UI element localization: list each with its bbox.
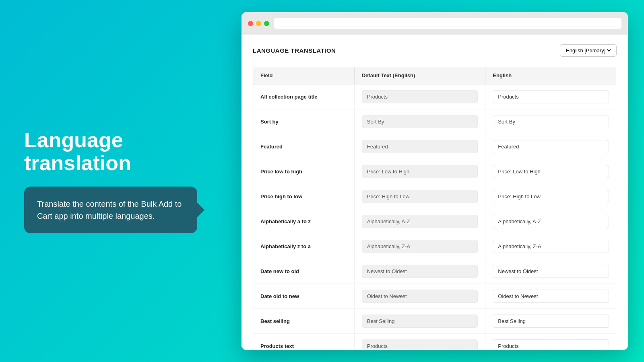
- default-cell[interactable]: [354, 134, 485, 159]
- table-row: All collection page title: [253, 84, 617, 109]
- field-cell: Alphabetically z to a: [253, 234, 355, 259]
- col-field: Field: [253, 67, 355, 84]
- default-text-input[interactable]: [362, 165, 478, 178]
- field-cell: Price low to high: [253, 159, 355, 184]
- field-label: Products text: [260, 343, 294, 349]
- english-cell[interactable]: [485, 209, 617, 234]
- app-content: LANGUAGE TRANSLATION English [Primary] F…: [242, 35, 628, 350]
- default-text-input[interactable]: [362, 115, 478, 128]
- default-text-input[interactable]: [362, 240, 478, 253]
- english-text-input[interactable]: [493, 215, 609, 228]
- default-text-input[interactable]: [362, 215, 478, 228]
- app-header: LANGUAGE TRANSLATION English [Primary] F…: [253, 44, 617, 57]
- field-cell: Price high to low: [253, 184, 355, 209]
- language-dropdown[interactable]: English [Primary] French German Spanish …: [564, 47, 612, 54]
- field-label: Date new to old: [260, 268, 299, 274]
- table-row: Date new to old: [253, 259, 617, 284]
- english-text-input[interactable]: [493, 190, 609, 203]
- english-text-input[interactable]: [493, 315, 609, 328]
- default-text-input[interactable]: [362, 190, 478, 203]
- maximize-button-dot[interactable]: [264, 21, 269, 26]
- default-text-input[interactable]: [362, 140, 478, 153]
- table-row: Sort by: [253, 109, 617, 134]
- default-cell[interactable]: [354, 334, 485, 350]
- default-text-input[interactable]: [362, 315, 478, 328]
- default-text-input[interactable]: [362, 90, 478, 103]
- default-cell[interactable]: [354, 209, 485, 234]
- field-label: Featured: [260, 144, 283, 150]
- field-label: All collection page title: [260, 94, 318, 100]
- default-text-input[interactable]: [362, 339, 478, 350]
- col-default: Default Text (English): [354, 67, 485, 84]
- table-row: Best selling: [253, 309, 617, 334]
- english-cell[interactable]: [485, 284, 617, 309]
- default-cell[interactable]: [354, 84, 485, 109]
- field-label: Alphabetically z to a: [260, 243, 311, 249]
- default-cell[interactable]: [354, 109, 485, 134]
- browser-window: LANGUAGE TRANSLATION English [Primary] F…: [242, 12, 628, 350]
- field-label: Price high to low: [260, 193, 302, 200]
- field-label: Price low to high: [260, 169, 302, 175]
- col-english: English: [485, 67, 617, 84]
- english-text-input[interactable]: [493, 265, 609, 278]
- description-text: Translate the contents of the Bulk Add t…: [37, 198, 184, 222]
- language-selector[interactable]: English [Primary] French German Spanish …: [560, 44, 617, 57]
- table-row: Date old to new: [253, 284, 617, 309]
- default-cell[interactable]: [354, 259, 485, 284]
- english-text-input[interactable]: [493, 290, 609, 303]
- field-cell: All collection page title: [253, 84, 355, 109]
- table-row: Price high to low: [253, 184, 617, 209]
- default-text-input[interactable]: [362, 290, 478, 303]
- english-cell[interactable]: [485, 159, 617, 184]
- field-cell: Featured: [253, 134, 355, 159]
- table-row: Alphabetically a to z: [253, 209, 617, 234]
- default-cell[interactable]: [354, 309, 485, 334]
- close-button-dot[interactable]: [248, 21, 253, 26]
- english-text-input[interactable]: [493, 339, 609, 350]
- address-bar[interactable]: [274, 18, 621, 29]
- field-label: Sort by: [260, 119, 279, 125]
- table-row: Alphabetically z to a: [253, 234, 617, 259]
- english-cell[interactable]: [485, 134, 617, 159]
- field-cell: Sort by: [253, 109, 355, 134]
- table-row: Products text: [253, 334, 617, 350]
- field-label: Best selling: [260, 318, 290, 324]
- left-panel: Language translation Translate the conte…: [24, 129, 197, 233]
- field-cell: Best selling: [253, 309, 355, 334]
- field-cell: Date old to new: [253, 284, 355, 309]
- description-box: Translate the contents of the Bulk Add t…: [24, 187, 197, 233]
- default-cell[interactable]: [354, 159, 485, 184]
- minimize-button-dot[interactable]: [256, 21, 261, 26]
- english-text-input[interactable]: [493, 115, 609, 128]
- table-header-row: Field Default Text (English) English: [253, 67, 617, 84]
- field-label: Alphabetically a to z: [260, 218, 311, 224]
- field-label: Date old to new: [260, 293, 299, 299]
- english-cell[interactable]: [485, 259, 617, 284]
- traffic-lights: [248, 21, 269, 26]
- default-cell[interactable]: [354, 234, 485, 259]
- translation-table: Field Default Text (English) English All…: [253, 66, 617, 350]
- field-cell: Products text: [253, 334, 355, 350]
- hero-title: Language translation: [24, 129, 197, 175]
- table-row: Price low to high: [253, 159, 617, 184]
- english-cell[interactable]: [485, 184, 617, 209]
- browser-titlebar: [242, 12, 628, 35]
- default-cell[interactable]: [354, 284, 485, 309]
- default-cell[interactable]: [354, 184, 485, 209]
- english-text-input[interactable]: [493, 90, 609, 103]
- app-title: LANGUAGE TRANSLATION: [253, 47, 336, 54]
- default-text-input[interactable]: [362, 265, 478, 278]
- english-text-input[interactable]: [493, 165, 609, 178]
- english-cell[interactable]: [485, 109, 617, 134]
- english-cell[interactable]: [485, 234, 617, 259]
- english-text-input[interactable]: [493, 140, 609, 153]
- table-row: Featured: [253, 134, 617, 159]
- english-cell[interactable]: [485, 334, 617, 350]
- english-text-input[interactable]: [493, 240, 609, 253]
- field-cell: Alphabetically a to z: [253, 209, 355, 234]
- field-cell: Date new to old: [253, 259, 355, 284]
- english-cell[interactable]: [485, 84, 617, 109]
- english-cell[interactable]: [485, 309, 617, 334]
